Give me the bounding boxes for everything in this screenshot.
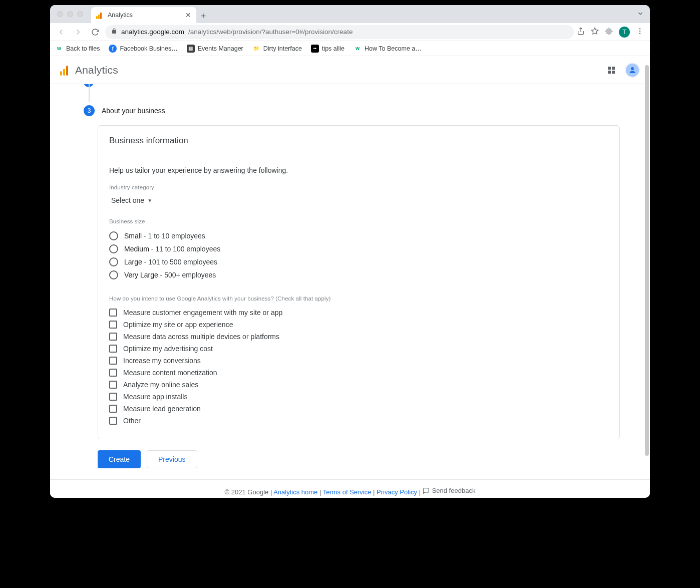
analytics-home-link[interactable]: Analytics home [273,488,317,496]
tabs-dropdown-icon[interactable] [637,10,644,19]
checkbox-icon [109,417,117,425]
intent-checkbox[interactable]: Measure app installs [109,391,608,403]
app-title: Analytics [75,64,118,76]
copyright: © 2021 Google [225,488,269,496]
window-controls[interactable] [57,11,83,17]
main-content: 3 About your business Business informati… [50,84,650,498]
card-intro: Help us tailor your experience by answer… [109,166,608,174]
bookmark-item[interactable]: fFacebook Busines… [109,45,177,53]
browser-titlebar: Analytics ✕ + [50,5,650,23]
radio-icon [109,244,118,253]
bookmark-item[interactable]: wHow To Become a… [354,45,422,53]
tab-title: Analytics [108,12,133,19]
step-number-badge: 3 [84,105,95,116]
industry-label: Industry category [109,184,608,190]
checkbox-icon [109,393,117,401]
url-path: /analytics/web/provision/?authuser=0#/pr… [188,28,353,36]
analytics-logo-icon [60,65,68,76]
checkbox-icon [109,321,117,329]
svg-point-5 [631,67,634,70]
page-footer: © 2021 Google | Analytics home | Terms o… [50,479,650,498]
svg-point-2 [639,28,640,29]
intent-checkbox[interactable]: Measure data across multiple devices or … [109,331,608,343]
forward-button[interactable] [71,25,85,39]
address-bar: analytics.google.com/analytics/web/provi… [50,23,650,41]
size-radio-medium[interactable]: Medium - 11 to 100 employees [109,242,608,255]
radio-icon [109,257,118,266]
size-label: Business size [109,218,608,224]
business-info-card: Business information Help us tailor your… [98,125,620,439]
lock-icon [111,28,117,36]
checkbox-icon [109,333,117,341]
url-domain: analytics.google.com [121,28,184,36]
account-avatar[interactable] [625,63,640,78]
previous-button[interactable]: Previous [147,450,197,468]
new-tab-button[interactable]: + [196,9,210,23]
profile-avatar[interactable]: T [619,27,630,38]
step-title: About your business [102,107,165,115]
scrollbar[interactable] [645,65,649,456]
step-line [89,84,90,102]
intent-checkbox[interactable]: Optimize my advertising cost [109,343,608,355]
radio-icon [109,270,118,279]
svg-marker-1 [591,28,598,34]
reload-button[interactable] [88,25,102,39]
extensions-icon[interactable] [605,27,613,37]
card-title: Business information [98,126,619,156]
radio-icon [109,231,118,240]
create-button[interactable]: Create [98,450,141,468]
checkbox-icon [109,357,117,365]
checkbox-icon [109,345,117,353]
checkbox-icon [109,309,117,317]
svg-point-4 [639,33,640,34]
send-feedback-link[interactable]: Send feedback [423,487,476,494]
menu-icon[interactable] [636,27,644,37]
app-header: Analytics [50,56,650,84]
industry-dropdown[interactable]: Select one▼ [109,195,154,205]
privacy-link[interactable]: Privacy Policy [377,488,417,496]
checkbox-icon [109,405,117,413]
dropdown-arrow-icon: ▼ [147,198,152,203]
bookmarks-bar: wBack to files fFacebook Busines… ▦Event… [50,41,650,56]
size-radio-very-large[interactable]: Very Large - 500+ employees [109,268,608,281]
intent-checkbox[interactable]: Analyze my online sales [109,379,608,391]
svg-point-3 [639,30,640,31]
tos-link[interactable]: Terms of Service [323,488,372,496]
apps-icon[interactable] [608,67,615,74]
size-radio-large[interactable]: Large - 101 to 500 employees [109,255,608,268]
intent-checkbox[interactable]: Increase my conversions [109,355,608,367]
star-icon[interactable] [591,27,599,37]
intent-checkbox[interactable]: Measure customer engagement with my site… [109,307,608,319]
bookmark-item[interactable]: ▦Events Manager [187,45,243,53]
checkbox-icon [109,381,117,389]
back-button[interactable] [54,25,68,39]
browser-tab[interactable]: Analytics ✕ [91,7,196,23]
intent-checkbox[interactable]: Other [109,415,608,427]
intent-label: How do you intend to use Google Analytic… [109,296,608,302]
bookmark-item[interactable]: ••tips allie [311,45,344,53]
bookmark-item[interactable]: wBack to files [55,45,100,53]
share-icon[interactable] [577,27,585,37]
size-radio-small[interactable]: Small - 1 to 10 employees [109,229,608,242]
ga-favicon [96,12,104,19]
bookmark-item[interactable]: 📁Dirty interface [252,45,302,53]
intent-checkbox[interactable]: Measure lead generation [109,403,608,415]
intent-checkbox[interactable]: Measure content monetization [109,367,608,379]
url-field[interactable]: analytics.google.com/analytics/web/provi… [105,25,574,39]
close-tab-icon[interactable]: ✕ [185,11,191,19]
checkbox-icon [109,369,117,377]
intent-checkbox[interactable]: Optimize my site or app experience [109,319,608,331]
